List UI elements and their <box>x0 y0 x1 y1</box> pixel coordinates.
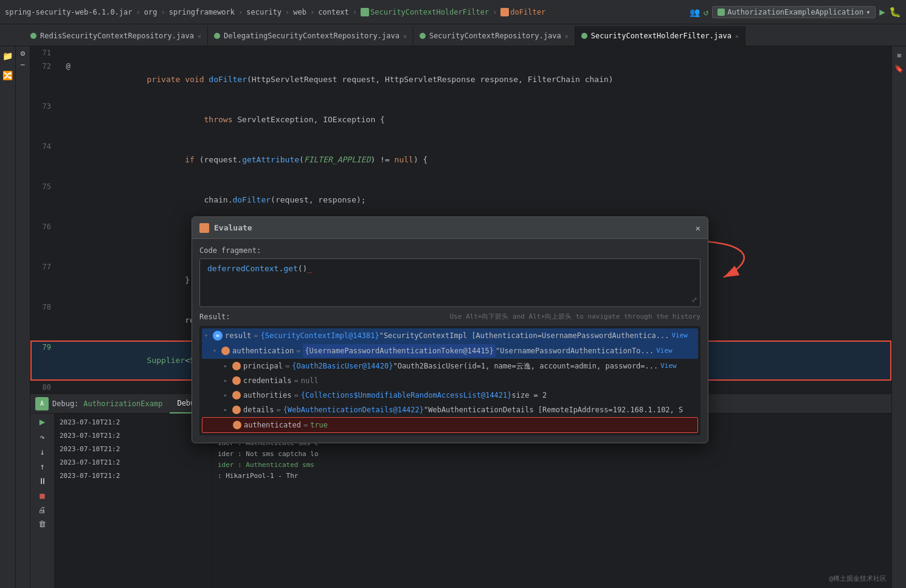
dialog-body: Code fragment: deferredContext.get()_ ⤢ … <box>192 239 708 443</box>
tab-holder-filter[interactable]: SecurityContextHolderFilter.java ✕ <box>575 26 745 46</box>
dialog-icon <box>199 223 209 233</box>
debug-log-content: 2023-07-10T21:2 2023-07-10T21:2 2023-07-… <box>55 413 212 588</box>
people-icon[interactable]: 👥 <box>690 7 700 17</box>
field-icon-authenticated <box>233 421 241 429</box>
code-line-75: 75 chain.doFilter(request, response); <box>30 180 891 220</box>
dialog-header: Evaluate ✕ <box>192 217 708 239</box>
log-entry-5: 2023-07-10T21:2 <box>57 469 210 483</box>
result-row-authentication[interactable]: ▾ authentication = {UsernamePasswordAuth… <box>202 343 698 359</box>
debug-log-panel: 2023-07-10T21:2 2023-07-10T21:2 2023-07-… <box>55 413 213 588</box>
debug-stop-icon[interactable]: ■ <box>40 491 44 500</box>
log-right-4: ider : Not sms captcha lo <box>218 449 887 460</box>
gutter-at-72: @ <box>66 60 70 73</box>
debug-button[interactable]: 🐛 <box>889 6 901 18</box>
evaluate-dialog: Evaluate ✕ Code fragment: deferredContex… <box>192 216 708 443</box>
debug-step-out-icon[interactable]: ↑ <box>40 462 44 471</box>
main-layout: 📁 🔀 ⚙ − 71 72 <box>0 46 906 588</box>
tab-label-delegating: DelegatingSecurityContextRepository.java <box>224 32 399 40</box>
tab-close-holder[interactable]: ✕ <box>735 33 739 40</box>
dialog-title: Evaluate <box>214 223 252 232</box>
tab-redis[interactable]: RedisSecurityContextRepository.java ✕ <box>24 26 208 46</box>
app-icon <box>718 9 725 16</box>
code-line-72: 72 @ private void doFilter(HttpServletRe… <box>30 60 891 100</box>
breadcrumb-springframework: springframework <box>169 8 235 16</box>
log-right-6: : HikariPool-1 - Thr <box>218 471 887 482</box>
bookmarks-icon[interactable]: 🔖 <box>894 64 904 73</box>
log-entry-4: 2023-07-10T21:2 <box>57 456 210 469</box>
expand-icon[interactable]: ⤢ <box>691 296 697 304</box>
result-tree: ▾ ∞ result = {SecurityContextImpl@14381}… <box>199 326 700 435</box>
tab-icon-redis <box>30 33 36 39</box>
watermark: @稀土掘金技术社区 <box>829 574 887 583</box>
method-icon <box>500 8 509 16</box>
tab-close-redis[interactable]: ✕ <box>198 33 201 40</box>
view-link-authentication[interactable]: View <box>656 345 673 357</box>
run-button[interactable]: ▶ <box>879 6 885 18</box>
debug-app-name: AuthorizationExamp <box>83 399 162 408</box>
result-row-root[interactable]: ▾ ∞ result = {SecurityContextImpl@14381}… <box>202 328 698 343</box>
code-line-74: 74 if (request.getAttribute(FILTER_APPLI… <box>30 140 891 180</box>
debug-sidebar: ▶ ↷ ↓ ↑ ⏸ ■ 🖨 🗑 <box>30 413 55 588</box>
breadcrumb-security: security <box>246 8 282 16</box>
run-config-selector[interactable]: AuthorizationExampleApplication ▾ <box>712 6 876 18</box>
debug-pause-icon[interactable]: ⏸ <box>38 476 47 486</box>
view-link-principal[interactable]: View <box>660 360 677 372</box>
result-row-authenticated[interactable]: authenticated = true <box>202 417 698 433</box>
breadcrumb-method[interactable]: doFilter <box>510 8 545 16</box>
breadcrumb-jar: spring-security-web-6.1.0.jar <box>5 8 133 16</box>
code-fragment-input[interactable]: deferredContext.get()_ ⤢ <box>199 258 700 307</box>
commit-icon[interactable]: 🔀 <box>2 71 13 80</box>
field-icon-details <box>232 406 241 414</box>
dialog-close-button[interactable]: ✕ <box>696 223 700 233</box>
debug-label: Debug: <box>52 399 78 408</box>
tab-close-delegating[interactable]: ✕ <box>403 33 407 40</box>
field-icon-credentials <box>232 376 241 385</box>
structure-icon[interactable]: ≡ <box>897 51 901 60</box>
code-fragment-label: Code fragment: <box>199 246 700 255</box>
tab-bar: RedisSecurityContextRepository.java ✕ De… <box>0 24 906 46</box>
result-label: Result: <box>199 313 230 321</box>
tab-icon-repository <box>420 33 426 39</box>
run-config-label: AuthorizationExampleApplication <box>727 8 863 16</box>
tab-label-repository: SecurityContextRepository.java <box>429 32 561 40</box>
project-icon[interactable]: 📁 <box>2 51 13 61</box>
log-entry-2: 2023-07-10T21:2 <box>57 429 210 443</box>
field-icon-authentication <box>221 347 230 355</box>
left-sidebar: 📁 🔀 <box>0 46 16 588</box>
navigation-hint: Use Alt+向下箭头 and Alt+向上箭头 to navigate th… <box>449 312 700 321</box>
debug-step-into-icon[interactable]: ↓ <box>40 447 44 457</box>
tab-repository[interactable]: SecurityContextRepository.java ✕ <box>413 26 575 46</box>
result-row-credentials[interactable]: ▸ credentials = null <box>202 373 698 388</box>
breadcrumb-bar: spring-security-web-6.1.0.jar › org › sp… <box>0 0 906 24</box>
log-right-5: ider : Authenticated sms <box>218 460 887 471</box>
breadcrumb-org: org <box>144 8 157 16</box>
minus-icon[interactable]: − <box>21 60 26 69</box>
debug-trash-icon[interactable]: 🗑 <box>38 519 46 528</box>
result-row-principal[interactable]: ▸ principal = {Oauth2BasicUser@14420} "O… <box>202 359 698 373</box>
result-area: Result: Use Alt+向下箭头 and Alt+向上箭头 to nav… <box>199 312 700 435</box>
tab-delegating[interactable]: DelegatingSecurityContextRepository.java… <box>208 26 413 46</box>
tab-icon-holder <box>581 33 587 39</box>
dropdown-icon: ▾ <box>866 8 870 16</box>
code-input-text: deferredContext <box>207 264 278 273</box>
refresh-icon[interactable]: ↺ <box>704 7 708 17</box>
debug-resume-icon[interactable]: ▶ <box>40 416 46 427</box>
debug-step-over-icon[interactable]: ↷ <box>40 432 44 442</box>
settings-icon[interactable]: ⚙ <box>21 49 26 58</box>
tab-close-repository[interactable]: ✕ <box>565 33 569 40</box>
log-entry-1: 2023-07-10T21:2 <box>57 416 210 429</box>
breadcrumb-class[interactable]: SecurityContextHolderFilter <box>370 8 489 16</box>
run-controls: 👥 ↺ AuthorizationExampleApplication ▾ ▶ … <box>690 6 901 18</box>
tab-icon-delegating <box>214 33 220 39</box>
field-icon-authorities <box>232 391 241 399</box>
result-row-details[interactable]: ▸ details = {WebAuthenticationDetails@14… <box>202 403 698 417</box>
right-sidebar: ≡ 🔖 <box>891 46 906 588</box>
code-editor: 71 72 @ private void doFilter(HttpServle… <box>30 46 891 588</box>
debug-print-icon[interactable]: 🖨 <box>38 505 46 514</box>
result-row-authorities[interactable]: ▸ authorities = {Collections$Unmodifiabl… <box>202 388 698 403</box>
left-panel: ⚙ − <box>16 46 30 588</box>
breadcrumb-context: context <box>318 8 349 16</box>
breadcrumb-web: web <box>293 8 306 16</box>
view-link-root[interactable]: View <box>672 330 688 342</box>
debug-app-icon: A <box>35 397 49 410</box>
